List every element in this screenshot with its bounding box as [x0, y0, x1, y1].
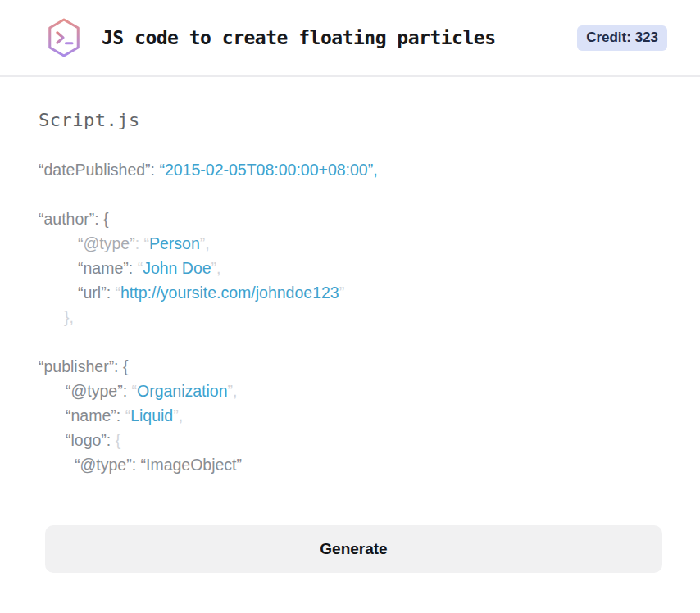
generate-button[interactable]: Generate [45, 525, 662, 573]
code-line: “@type”: “ImageObject” [39, 452, 661, 477]
code-token: ” [339, 284, 345, 302]
code-token: “@type” [66, 382, 123, 400]
code-token: John Doe [143, 259, 211, 277]
code-token: ”, [228, 382, 238, 400]
code-token: }, [64, 308, 74, 326]
code-panel: Script.js “datePublished”: “2015-02-05T0… [0, 77, 700, 477]
code-token: ”, [173, 406, 183, 425]
code-token: ”, [200, 234, 210, 252]
code-line: “name”: “John Doe”, [39, 256, 661, 280]
code-token: “url” [78, 284, 107, 302]
code-line: }, [39, 305, 661, 329]
page-title: JS code to create floating particles [102, 27, 496, 48]
code-token: “logo” [66, 431, 107, 449]
code-token: “datePublished” [39, 161, 151, 179]
header: JS code to create floating particles Cre… [0, 0, 700, 77]
code-line: “author”: { [39, 207, 661, 231]
code-token: http://yoursite.com/johndoe123 [120, 284, 339, 302]
code-line: “logo”: { [39, 428, 661, 452]
code-token: { [116, 431, 121, 449]
code-token: : [116, 406, 125, 425]
code-blank-line [39, 182, 661, 207]
code-blank-line [39, 329, 661, 354]
code-block: “datePublished”: “2015-02-05T08:00:00+08… [39, 157, 661, 477]
code-token: Person [149, 234, 200, 252]
terminal-prompt-hexagon-icon [45, 17, 83, 58]
code-line: “datePublished”: “2015-02-05T08:00:00+08… [39, 157, 661, 182]
code-token: Organization [137, 382, 228, 400]
credit-badge: Credit: 323 [577, 25, 667, 51]
code-token: “@type” [78, 234, 135, 252]
code-token: “name” [66, 406, 116, 425]
code-line: “url”: “http://yoursite.com/johndoe123” [39, 280, 661, 305]
code-token: : [129, 259, 138, 277]
code-line: “@type”: “Person”, [39, 231, 661, 256]
code-token: “name” [78, 259, 129, 277]
code-token: “2015-02-05T08:00:00+08:00”, [159, 161, 377, 179]
code-token: : [107, 284, 116, 302]
footer: Generate [45, 525, 662, 573]
code-token: ”, [211, 259, 221, 277]
code-token: : [151, 161, 160, 179]
code-token: : [135, 234, 144, 252]
code-line: “name”: “Liquid”, [39, 403, 661, 428]
code-token: “@type”: “ImageObject” [75, 456, 242, 474]
code-line: “@type”: “Organization”, [39, 379, 661, 403]
filename-label: Script.js [39, 110, 661, 130]
app-window: JS code to create floating particles Cre… [0, 0, 700, 477]
code-token: “author”: { [39, 210, 109, 228]
code-token: : [107, 431, 116, 449]
code-token: “publisher”: { [39, 357, 128, 375]
code-token: Liquid [130, 406, 173, 425]
code-line: “publisher”: { [39, 354, 661, 379]
code-token: : [123, 382, 132, 400]
